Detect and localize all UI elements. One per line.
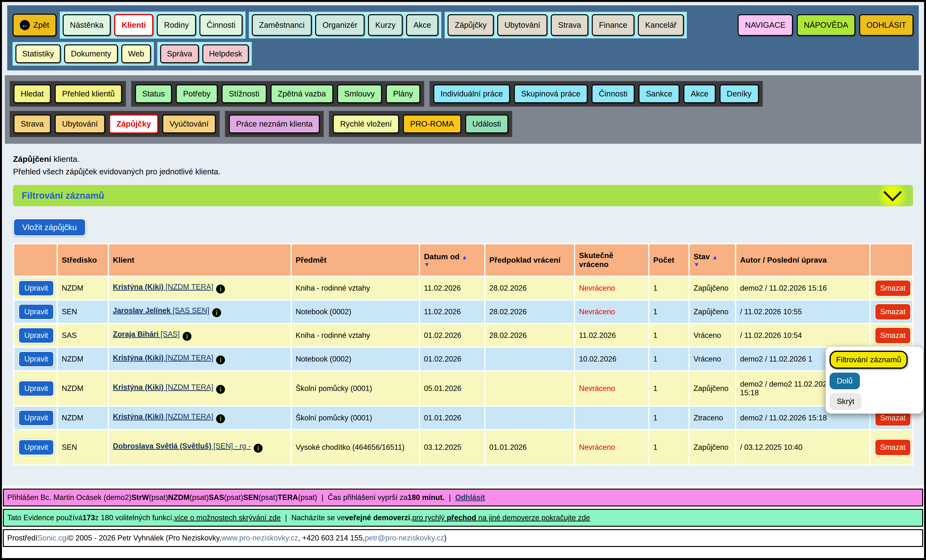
edit-button[interactable]: Upravit: [18, 439, 54, 456]
info-icon[interactable]: [216, 414, 225, 423]
nav-tab-ubytovani[interactable]: Ubytování: [497, 14, 548, 36]
sonic-link[interactable]: Sonic.cgi: [38, 534, 68, 542]
navigace-button[interactable]: NAVIGACE: [738, 14, 793, 36]
demo-text: Tato Evidence používá: [7, 513, 82, 522]
subnav-status[interactable]: Status: [135, 85, 172, 103]
delete-button[interactable]: Smazat: [875, 327, 911, 344]
subnav-skupinova-prace[interactable]: Skupinová práce: [514, 85, 588, 103]
subnav-zapujcky[interactable]: Zápůjčky: [109, 114, 159, 133]
demo-switch-link[interactable]: pro rychlý přechod na jiné demoverze pok…: [412, 513, 590, 522]
client-link[interactable]: Kristýna (Kiki) [NZDM TERA]: [113, 354, 213, 362]
subnav-cinnosti[interactable]: Činnosti: [592, 85, 635, 103]
subnav-strava[interactable]: Strava: [14, 115, 51, 133]
info-icon[interactable]: [216, 385, 225, 394]
cell-stav: Vráceno: [689, 324, 736, 347]
client-link[interactable]: Kristýna (Kiki) [NZDM TERA]: [113, 383, 213, 391]
edit-button[interactable]: Upravit: [18, 351, 54, 367]
nav-tab-akce[interactable]: Akce: [406, 14, 438, 36]
nav-tab-sprava[interactable]: Správa: [160, 44, 199, 63]
table-row: Upravit NZDM Kristýna (Kiki) [NZDM TERA]…: [14, 347, 913, 371]
nav-tab-klienti[interactable]: Klienti: [114, 14, 153, 36]
insert-loan-button[interactable]: Vložit zápůjčku: [13, 218, 86, 236]
cell-predmet: Notebook (0002): [291, 347, 419, 371]
subnav-zpetna-vazba[interactable]: Zpětná vazba: [271, 85, 333, 103]
hide-options-link[interactable]: více o možnostech skrývání zde: [174, 513, 281, 522]
subnav-prehled-klientu[interactable]: Přehled klientů: [55, 85, 122, 103]
nav-tab-rodiny[interactable]: Rodiny: [157, 14, 196, 36]
sort-asc-icon[interactable]: [461, 254, 468, 260]
edit-button[interactable]: Upravit: [18, 410, 54, 426]
info-icon[interactable]: [216, 285, 225, 294]
popup-down-button[interactable]: Dolů: [829, 372, 860, 389]
secondary-toolbar-row-1: Hledat Přehled klientů Status Potřeby St…: [10, 81, 916, 107]
email-link[interactable]: petr@pro-neziskovky.cz: [365, 534, 444, 542]
subnav-rychle-vlozeni[interactable]: Rychlé vložení: [333, 115, 399, 133]
nav-tab-zapujcky[interactable]: Zápůjčky: [448, 14, 494, 36]
edit-button[interactable]: Upravit: [18, 280, 54, 297]
region-sen: SEN: [243, 493, 259, 502]
odhlasit-button[interactable]: ODHLÁSIT: [859, 14, 914, 36]
delete-button[interactable]: Smazat: [875, 439, 911, 456]
info-icon[interactable]: [216, 356, 225, 365]
subnav-prace-neznam-klienta[interactable]: Práce neznám klienta: [229, 115, 320, 133]
nav-tab-statistiky[interactable]: Statistiky: [15, 44, 61, 63]
nav-tab-nastenka[interactable]: Nástěnka: [63, 14, 111, 36]
logout-link[interactable]: Odhlásit: [455, 493, 485, 502]
napoveda-button[interactable]: NÁPOVĚDA: [797, 14, 855, 36]
client-link[interactable]: Kristýna (Kiki) [NZDM TERA]: [113, 412, 213, 421]
delete-button[interactable]: Smazat: [875, 303, 911, 321]
cell-predmet: Notebook (0002): [291, 300, 419, 324]
subnav-hledat[interactable]: Hledat: [14, 85, 51, 103]
subnav-smlouvy[interactable]: Smlouvy: [337, 85, 382, 103]
sort-desc-icon[interactable]: [424, 261, 480, 268]
sort-asc-icon[interactable]: [712, 254, 718, 260]
header-delete-col: [870, 244, 913, 276]
subnav-plany[interactable]: Plány: [386, 85, 420, 103]
cell-autor: / 03.12.2025 10:40: [736, 430, 870, 465]
nav-tab-organizer[interactable]: Organizér: [315, 14, 365, 36]
nav-tab-web[interactable]: Web: [121, 44, 151, 63]
nav-tab-dokumenty[interactable]: Dokumenty: [64, 44, 118, 63]
nav-tab-kancelar[interactable]: Kancelář: [638, 14, 684, 36]
nav-tab-cinnosti[interactable]: Činnosti: [200, 14, 243, 36]
delete-button[interactable]: Smazat: [875, 280, 911, 297]
nav-tab-helpdesk[interactable]: Helpdesk: [202, 44, 249, 63]
nav-tab-strava[interactable]: Strava: [551, 14, 588, 36]
subnav-udalosti[interactable]: Události: [465, 115, 508, 133]
info-icon[interactable]: [183, 332, 191, 341]
info-icon[interactable]: [212, 308, 221, 317]
client-link[interactable]: Kristýna (Kiki) [NZDM TERA]: [113, 283, 213, 291]
subnav-sankce[interactable]: Sankce: [639, 85, 679, 103]
subnav-akce[interactable]: Akce: [683, 85, 716, 103]
subnav-deniky[interactable]: Deníky: [720, 85, 759, 103]
cell-predmet: Vysoké chodítko (464656/16511): [291, 430, 419, 465]
client-link[interactable]: Dobroslava Světlá (Světluš) [SEN] - rg -: [113, 442, 251, 450]
cell-predpoklad: 01.01.2026: [485, 430, 575, 465]
subnav-pro-roma[interactable]: PRO-ROMA: [403, 115, 461, 133]
subnav-vyuctovani[interactable]: Vyúčtování: [162, 115, 216, 133]
cell-klient: Kristýna (Kiki) [NZDM TERA]: [109, 276, 291, 300]
subnav-individualni-prace[interactable]: Individuální práce: [433, 85, 510, 103]
content-area: Zápůjčení klienta. Přehled všech zápůjče…: [2, 154, 924, 465]
edit-button[interactable]: Upravit: [18, 327, 54, 344]
website-link[interactable]: www.pro-neziskovky.cz: [221, 534, 298, 542]
client-link[interactable]: Zoraja Bihári [SAS]: [113, 330, 180, 338]
edit-button[interactable]: Upravit: [18, 304, 54, 320]
popup-filter-button[interactable]: Filtrování záznamů: [829, 351, 908, 369]
popup-hide-button[interactable]: Skrýt: [829, 393, 862, 410]
page-title: Zápůjčení klienta.: [13, 154, 913, 164]
subnav-ubytovani[interactable]: Ubytování: [55, 115, 105, 133]
nav-tab-finance[interactable]: Finance: [592, 14, 634, 36]
subnav-potreby[interactable]: Potřeby: [176, 85, 218, 103]
nav-tab-zamestnanci[interactable]: Zaměstnanci: [252, 14, 312, 36]
edit-button[interactable]: Upravit: [18, 380, 54, 397]
filter-records-bar[interactable]: Filtrování záznamů: [13, 185, 913, 206]
info-icon[interactable]: [254, 444, 263, 453]
filter-chevron-glow[interactable]: [875, 185, 911, 206]
demo-info-bar: Tato Evidence používá 173 z 180 voliteln…: [3, 509, 923, 527]
back-button[interactable]: Zpět: [12, 14, 56, 36]
client-link[interactable]: Jaroslav Jelínek [SAS SEN]: [113, 306, 209, 315]
subnav-stiznosti[interactable]: Stížnosti: [222, 85, 267, 103]
nav-tab-kurzy[interactable]: Kurzy: [368, 14, 403, 36]
sort-desc-icon[interactable]: [693, 261, 731, 268]
